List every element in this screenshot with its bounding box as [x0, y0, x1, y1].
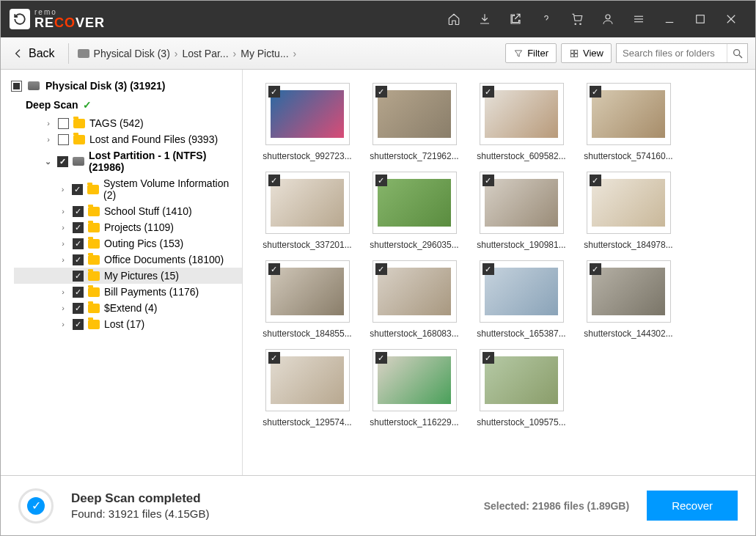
file-thumbnail[interactable]: ✓shutterstock_609582...: [470, 83, 573, 161]
svg-rect-9: [575, 50, 578, 53]
tree-item[interactable]: ›School Stuff (1410): [14, 203, 242, 219]
file-thumbnail[interactable]: ✓shutterstock_129574...: [256, 349, 359, 427]
file-thumbnail[interactable]: ✓shutterstock_184978...: [577, 172, 680, 250]
file-grid: ✓shutterstock_992723...✓shutterstock_721…: [256, 83, 742, 427]
checkbox-icon[interactable]: [73, 222, 84, 233]
checkbox-icon[interactable]: ✓: [268, 175, 280, 186]
close-icon[interactable]: [716, 1, 746, 37]
file-thumbnail[interactable]: ✓shutterstock_337201...: [256, 172, 359, 250]
tree-item[interactable]: ›System Volume Information (2): [14, 175, 242, 203]
chevron-right-icon[interactable]: ›: [58, 304, 68, 312]
file-thumbnail[interactable]: ✓shutterstock_116229...: [363, 349, 466, 427]
search-input[interactable]: [617, 44, 727, 62]
view-button[interactable]: View: [561, 43, 612, 63]
file-thumbnail[interactable]: ✓shutterstock_190981...: [470, 172, 573, 250]
tree-item[interactable]: My Pictures (15): [14, 268, 242, 284]
chevron-right-icon[interactable]: ›: [58, 207, 68, 216]
filter-button[interactable]: Filter: [505, 43, 557, 63]
cart-icon[interactable]: [562, 1, 592, 37]
checkbox-icon[interactable]: [73, 206, 84, 217]
checkbox-icon[interactable]: ✓: [375, 263, 387, 275]
thumb-box: ✓: [265, 83, 350, 145]
checkbox-icon[interactable]: [58, 134, 69, 145]
minimize-icon[interactable]: [654, 1, 685, 37]
help-icon[interactable]: [531, 1, 562, 37]
chevron-right-icon[interactable]: ›: [58, 320, 68, 328]
checkbox-icon[interactable]: [73, 303, 84, 314]
tree-item[interactable]: ›Outing Pics (153): [14, 235, 242, 252]
download-icon[interactable]: [469, 1, 500, 37]
separator: [68, 43, 69, 64]
export-icon[interactable]: [500, 1, 531, 37]
tree-item[interactable]: ›Projects (1109): [14, 219, 242, 235]
chevron-right-icon[interactable]: ›: [43, 135, 54, 144]
file-thumbnail[interactable]: ✓shutterstock_296035...: [363, 172, 466, 250]
breadcrumb-item[interactable]: Lost Par...: [183, 48, 229, 59]
tree-item[interactable]: ›Bill Payments (1176): [14, 284, 242, 300]
checkbox-icon[interactable]: ✓: [590, 86, 601, 98]
status-complete-icon: ✓: [18, 488, 54, 524]
checkbox-icon[interactable]: [73, 254, 84, 265]
file-thumbnail[interactable]: ✓shutterstock_165387...: [470, 260, 573, 339]
filter-label: Filter: [527, 48, 548, 59]
tree-item-lostfound[interactable]: › Lost and Found Files (9393): [14, 131, 242, 147]
checkbox-icon[interactable]: [73, 271, 84, 282]
checkbox-icon[interactable]: ✓: [482, 352, 494, 364]
chevron-right-icon[interactable]: ›: [58, 239, 68, 248]
thumb-box: ✓: [373, 260, 457, 323]
file-name: shutterstock_609582...: [477, 151, 565, 161]
maximize-icon[interactable]: [685, 1, 716, 37]
checkbox-icon[interactable]: ✓: [482, 263, 494, 275]
breadcrumb: Physical Disk (3) › Lost Par... › My Pic…: [78, 48, 500, 59]
checkbox-icon[interactable]: ✓: [375, 86, 387, 98]
chevron-right-icon[interactable]: ›: [58, 287, 68, 296]
checkbox-icon[interactable]: ✓: [482, 175, 494, 186]
checkbox-icon[interactable]: [73, 238, 84, 249]
breadcrumb-root[interactable]: Physical Disk (3): [94, 48, 170, 59]
checkbox-icon[interactable]: ✓: [375, 175, 387, 186]
checkbox-icon[interactable]: [57, 156, 68, 167]
checkbox-icon[interactable]: [73, 287, 84, 298]
file-thumbnail[interactable]: ✓shutterstock_168083...: [363, 260, 466, 339]
chevron-right-icon[interactable]: ›: [58, 185, 67, 194]
search-button[interactable]: [727, 44, 747, 62]
file-thumbnail[interactable]: ✓shutterstock_574160...: [577, 83, 680, 161]
status-selected: Selected: 21986 files (1.89GB): [484, 500, 629, 512]
checkbox-icon[interactable]: ✓: [268, 86, 280, 98]
tree-item[interactable]: ›Lost (17): [14, 316, 242, 332]
checkbox-icon[interactable]: [72, 184, 83, 195]
back-button[interactable]: Back: [8, 44, 59, 63]
checkbox-icon[interactable]: [11, 81, 22, 92]
checkbox-icon[interactable]: ✓: [590, 263, 601, 275]
deepscan-label: Deep Scan ✓: [1, 95, 242, 115]
checkbox-icon[interactable]: [73, 319, 84, 330]
image-placeholder: [378, 179, 451, 227]
home-icon[interactable]: [438, 1, 469, 37]
recover-button[interactable]: Recover: [647, 491, 738, 521]
chevron-right-icon[interactable]: ›: [58, 255, 68, 264]
tree-item[interactable]: ›Office Documents (18100): [14, 252, 242, 268]
file-thumbnail[interactable]: ✓shutterstock_184855...: [256, 260, 359, 339]
file-thumbnail[interactable]: ✓shutterstock_144302...: [577, 260, 680, 339]
chevron-down-icon[interactable]: ⌄: [43, 157, 53, 166]
file-thumbnail[interactable]: ✓shutterstock_721962...: [363, 83, 466, 161]
tree-item[interactable]: ›$Extend (4): [14, 300, 242, 316]
checkbox-icon[interactable]: ✓: [268, 352, 280, 364]
thumb-box: ✓: [587, 172, 671, 234]
checkbox-icon[interactable]: ✓: [268, 263, 280, 275]
file-thumbnail[interactable]: ✓shutterstock_992723...: [256, 83, 359, 161]
file-thumbnail[interactable]: ✓shutterstock_109575...: [470, 349, 573, 427]
breadcrumb-item[interactable]: My Pictu...: [241, 48, 288, 59]
chevron-right-icon[interactable]: ›: [58, 223, 68, 232]
chevron-right-icon[interactable]: ›: [43, 119, 54, 128]
tree-item-lostpartition[interactable]: ⌄ Lost Partition - 1 (NTFS) (21986): [14, 147, 242, 175]
checkbox-icon[interactable]: [58, 118, 69, 129]
checkbox-icon[interactable]: ✓: [590, 175, 601, 186]
checkbox-icon[interactable]: ✓: [375, 352, 387, 364]
file-name: shutterstock_184855...: [263, 328, 351, 339]
menu-icon[interactable]: [623, 1, 654, 37]
sidebar-root[interactable]: Physical Disk (3) (31921): [1, 77, 242, 95]
user-icon[interactable]: [592, 1, 623, 37]
checkbox-icon[interactable]: ✓: [482, 86, 494, 98]
tree-item-tags[interactable]: › TAGS (542): [14, 115, 242, 131]
